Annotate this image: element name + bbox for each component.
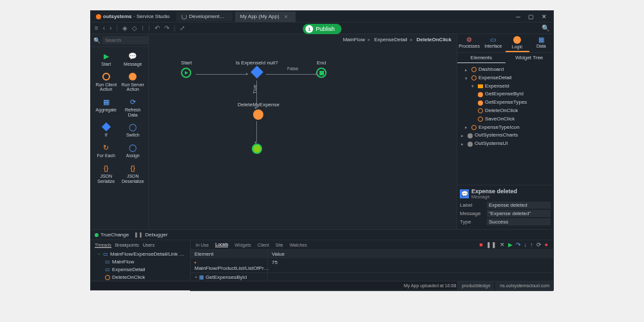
thread-item[interactable]: ▭MainFlow	[93, 258, 187, 266]
tab-client[interactable]: Client	[258, 243, 269, 247]
table-row[interactable]: ▪ MainFlow/ProductList/ListOfPr…75	[191, 258, 553, 273]
element-icon[interactable]: ◇	[132, 24, 137, 32]
node-action[interactable]: DeleteMyExpense	[238, 102, 279, 120]
tool-aggregate[interactable]: ▦Aggregate	[93, 95, 119, 119]
tool-if[interactable]: If	[93, 120, 119, 140]
tool-json-serialize[interactable]: {}JSON Serialize	[93, 162, 119, 185]
json-deserialize-icon: {}	[128, 164, 137, 173]
property-row: Message"Expense deleted"	[460, 210, 551, 217]
flow-icon: ▭	[103, 251, 108, 258]
tree-item[interactable]: DeleteOnClick	[459, 107, 552, 115]
tree-item[interactable]: ▸Dashboard	[459, 66, 552, 74]
tab-processes[interactable]: ⚙Processes	[457, 34, 481, 52]
thread-item[interactable]: →▭MainFlow/ExpenseDetail/Link …	[93, 251, 187, 258]
tab-interface[interactable]: ▭Interface	[481, 34, 505, 52]
undo-icon[interactable]: ↶	[155, 24, 160, 32]
more-icon[interactable]: ⁝	[142, 24, 144, 32]
step-out-icon[interactable]: ↑	[530, 242, 533, 248]
client-action-icon	[478, 108, 483, 113]
interface-icon: ▭	[490, 36, 496, 43]
tab-widgets[interactable]: Widgets	[234, 243, 251, 247]
tree-item[interactable]: GetExpenseTypes	[459, 99, 552, 107]
tab-truechange[interactable]: TrueChange	[95, 232, 129, 238]
tab-users[interactable]: Users	[143, 243, 155, 248]
tool-json-deserialize[interactable]: {}JSON Deserialize	[120, 162, 146, 185]
module-icon	[468, 142, 473, 147]
tool-assign[interactable]: ◯Assign	[120, 141, 146, 160]
tree-item[interactable]: ▸ExpenseTypeIcon	[459, 124, 552, 132]
pause-icon[interactable]: ❚❚	[486, 242, 497, 248]
tree-item[interactable]: GetExpenseById	[459, 90, 552, 99]
tab-breakpoints[interactable]: Breakpoints	[115, 243, 139, 248]
toolbar-left: ≡ ‹ › | ◈ ◇ ⁝ | ↶ ↷ | ⤢	[95, 24, 185, 32]
close-icon[interactable]: ×	[285, 14, 288, 20]
subtab-elements[interactable]: Elements	[457, 53, 506, 63]
abort-icon[interactable]: ✕	[500, 242, 505, 248]
client-action-icon	[478, 117, 483, 122]
tab-threads[interactable]: Threads	[95, 243, 111, 248]
bug-icon[interactable]: ●	[545, 242, 548, 248]
json-serialize-icon: {}	[102, 164, 111, 173]
tool-switch[interactable]: ◯Switch	[120, 120, 146, 140]
node-start[interactable]: Start	[181, 60, 192, 78]
global-search-icon[interactable]: 🔍	[542, 24, 549, 32]
brand-suffix: · Service Studio	[133, 14, 169, 19]
step-into-icon[interactable]: ↓	[524, 242, 527, 248]
tool-client-action[interactable]: Run Client Action	[93, 70, 119, 94]
maximize-icon[interactable]: ▢	[528, 14, 534, 20]
play-icon[interactable]: ▶	[508, 242, 513, 248]
properties-panel: 💬 Expense deleted Message LabelExpense d…	[457, 185, 553, 229]
redo-icon[interactable]: ↷	[164, 24, 169, 32]
tab-myapp[interactable]: My App (My App) ×	[235, 12, 296, 22]
back-icon[interactable]: ‹	[103, 24, 105, 32]
property-input[interactable]: "Expense deleted"	[487, 210, 551, 217]
tab-locals[interactable]: Locals	[215, 242, 228, 247]
right-panel: ⚙Processes ▭Interface Logic ▦Data Elemen…	[457, 34, 553, 229]
tool-refresh-data[interactable]: ⟳Refresh Data	[120, 95, 146, 119]
minimize-icon[interactable]: ─	[516, 14, 520, 20]
tool-for-each[interactable]: ↻For Each	[93, 141, 119, 160]
brand-logo	[96, 14, 101, 19]
subtab-widget-tree[interactable]: Widget Tree	[506, 53, 554, 63]
element-tree[interactable]: ▸Dashboard ▾ExpenseDetail ▾ExpenseId Get…	[457, 63, 553, 151]
status-host[interactable]: ns.outsystemscloud.com	[495, 281, 553, 290]
thread-item[interactable]: ▭ExpenseDetail	[93, 266, 187, 274]
menu-icon[interactable]: ≡	[95, 24, 99, 32]
modules-icon[interactable]: ◈	[122, 24, 128, 32]
tab-debugger[interactable]: ❚❚Debugger	[134, 232, 167, 238]
restart-icon[interactable]: ⟳	[536, 242, 542, 248]
tree-item[interactable]: ▸OutSystemsCharts	[459, 131, 552, 140]
close-icon[interactable]: ✕	[542, 14, 547, 20]
property-input[interactable]: Expense deleted	[487, 202, 551, 209]
tree-item[interactable]: ▾ExpenseDetail	[459, 74, 552, 82]
property-row: LabelExpense deleted	[460, 202, 551, 209]
tab-site[interactable]: Site	[276, 243, 283, 247]
edge-if-end	[266, 74, 316, 75]
flow-canvas[interactable]: MainFlow▸ ExpenseDetail▸ DeleteOnClick S…	[149, 34, 457, 229]
tree-item[interactable]: SaveOnClick	[459, 115, 552, 124]
node-message[interactable]	[252, 144, 262, 154]
screen-icon: ▭	[105, 266, 110, 274]
step-over-icon[interactable]: ↷	[516, 242, 521, 248]
tree-item[interactable]: ▾ExpenseId	[459, 82, 552, 91]
tool-message[interactable]: 💬Message	[120, 50, 146, 69]
tab-watches[interactable]: Watches	[290, 243, 307, 247]
tab-development[interactable]: Development…	[176, 12, 232, 21]
tab-in-use[interactable]: In Use	[196, 243, 209, 247]
publish-button[interactable]: 1 Publish	[303, 24, 341, 34]
tab-logic[interactable]: Logic	[506, 34, 529, 52]
tool-start[interactable]: ▶Start	[93, 50, 119, 69]
property-type: Message	[471, 194, 517, 199]
screen-icon	[471, 75, 477, 80]
property-dropdown[interactable]: Success	[487, 218, 551, 225]
breadcrumb[interactable]: MainFlow▸ ExpenseDetail▸ DeleteOnClick	[343, 37, 451, 43]
zoom-icon[interactable]: ⤢	[180, 24, 185, 32]
logic-icon	[513, 36, 521, 44]
status-user[interactable]: productdesign	[457, 281, 494, 290]
brand-name: outsystems	[103, 14, 131, 19]
tab-data[interactable]: ▦Data	[529, 34, 553, 52]
tool-server-action[interactable]: Run Server Action	[120, 70, 146, 94]
forward-icon[interactable]: ›	[109, 24, 111, 32]
stop-icon[interactable]: ■	[479, 242, 482, 248]
tree-item[interactable]: ▸OutSystemsUI	[459, 140, 552, 148]
